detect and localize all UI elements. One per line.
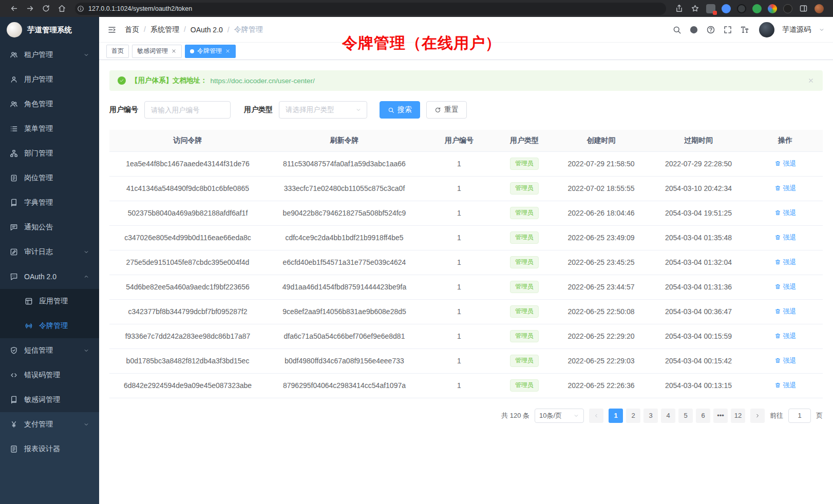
side-panel-icon[interactable] <box>799 4 808 13</box>
force-logout-button[interactable]: 强退 <box>774 184 797 193</box>
page-list: 123456•••12 <box>609 409 745 423</box>
page-button[interactable]: 1 <box>609 409 623 423</box>
sidebar-item[interactable]: 角色管理 <box>0 92 99 117</box>
next-page-button[interactable] <box>750 409 765 423</box>
user-type-cell: 管理员 <box>496 324 553 348</box>
home-icon[interactable] <box>58 4 66 13</box>
sidebar-item[interactable]: 租户管理 <box>0 43 99 67</box>
sidebar-item[interactable]: 菜单管理 <box>0 117 99 141</box>
extension-dark-icon[interactable] <box>737 4 746 13</box>
github-icon[interactable] <box>689 25 698 34</box>
sidebar-item[interactable]: 岗位管理 <box>0 166 99 190</box>
search-button[interactable]: 搜索 <box>380 101 420 119</box>
bookmark-star-icon[interactable] <box>691 4 699 13</box>
user-menu-caret-icon[interactable] <box>819 27 825 33</box>
tab[interactable]: 首页 <box>106 45 129 58</box>
refresh-icon <box>434 107 441 113</box>
breadcrumb-system[interactable]: 系统管理 <box>150 25 191 34</box>
force-logout-button[interactable]: 强退 <box>774 332 797 341</box>
sidebar-fold-icon[interactable] <box>107 25 117 34</box>
page-button[interactable]: 2 <box>626 409 640 423</box>
reload-icon[interactable] <box>42 4 50 13</box>
force-logout-label: 强退 <box>783 159 797 168</box>
tab-label: 敏感词管理 <box>137 47 168 55</box>
search-icon[interactable] <box>672 25 681 34</box>
sms-icon <box>10 346 18 355</box>
font-size-icon[interactable] <box>740 25 749 34</box>
force-logout-button[interactable]: 强退 <box>774 208 797 218</box>
page-button[interactable]: 6 <box>696 409 710 423</box>
sidebar-item[interactable]: 用户管理 <box>0 67 99 92</box>
sidebar-item[interactable]: 报表设计器 <box>0 437 99 461</box>
extension-green-icon[interactable] <box>752 4 762 13</box>
back-icon[interactable] <box>10 4 18 13</box>
oauth-icon <box>10 273 18 281</box>
address-bar[interactable]: 127.0.0.1:1024/system/oauth2/token <box>75 3 666 15</box>
prev-page-button[interactable] <box>589 409 603 423</box>
user-type-badge: 管理员 <box>510 231 539 244</box>
force-logout-button[interactable]: 强退 <box>774 307 797 316</box>
share-icon[interactable] <box>675 4 684 13</box>
page-size-select[interactable]: 10条/页 <box>535 409 584 423</box>
sidebar-item[interactable]: 审计日志 <box>0 240 99 264</box>
col-create-time: 创建时间 <box>553 130 649 151</box>
username[interactable]: 芋道源码 <box>782 25 811 34</box>
access-token-cell: c342377bf8b344799dcbf7bf095287f2 <box>109 299 266 324</box>
force-logout-button[interactable]: 强退 <box>774 258 797 267</box>
app-logo[interactable]: 芋道管理系统 <box>0 17 99 43</box>
site-info-icon[interactable] <box>77 5 84 12</box>
sidebar-item[interactable]: 错误码管理 <box>0 363 99 387</box>
sidebar-item[interactable]: 敏感词管理 <box>0 387 99 412</box>
user-avatar[interactable] <box>759 22 774 37</box>
create-time-cell: 2022-06-25 23:44:57 <box>553 275 649 299</box>
access-token-cell: 502375b8040a469a9b82188afdf6af1f <box>109 201 266 225</box>
sidebar-item[interactable]: 通知公告 <box>0 215 99 240</box>
sidebar-item[interactable]: 令牌管理 <box>0 314 99 338</box>
tab[interactable]: 令牌管理 <box>185 45 236 58</box>
expire-time-cell: 2054-03-04 01:35:48 <box>649 225 748 250</box>
close-icon[interactable] <box>225 48 231 54</box>
extension-paw-icon[interactable] <box>783 4 792 13</box>
user-id-input[interactable] <box>144 101 231 119</box>
close-icon[interactable] <box>171 48 177 54</box>
force-logout-label: 强退 <box>783 282 797 292</box>
alert-close-icon[interactable] <box>807 77 815 84</box>
sidebar-item[interactable]: OAuth 2.0 <box>0 264 99 289</box>
page-ellipsis[interactable]: ••• <box>713 409 728 423</box>
trash-icon <box>774 333 781 339</box>
extension-blue-icon[interactable] <box>722 4 731 13</box>
doc-link[interactable]: https://doc.iocoder.cn/user-center/ <box>211 77 315 85</box>
force-logout-button[interactable]: 强退 <box>774 233 797 242</box>
forward-icon[interactable] <box>26 4 34 13</box>
user-type-label: 用户类型 <box>244 105 273 114</box>
page-button[interactable]: 12 <box>731 409 745 423</box>
page-button[interactable]: 4 <box>661 409 675 423</box>
breadcrumb-oauth[interactable]: OAuth 2.0 <box>191 26 234 34</box>
extension-colorful-icon[interactable] <box>768 4 777 13</box>
sidebar-item[interactable]: 应用管理 <box>0 289 99 314</box>
page-button[interactable]: 5 <box>678 409 693 423</box>
browser-profile-avatar[interactable] <box>815 4 824 13</box>
expire-time-cell: 2054-03-04 01:31:36 <box>649 275 748 299</box>
force-logout-button[interactable]: 强退 <box>774 381 797 390</box>
reset-button[interactable]: 重置 <box>426 101 467 119</box>
help-icon[interactable] <box>706 25 715 34</box>
sidebar-item[interactable]: 字典管理 <box>0 190 99 215</box>
user-type-select[interactable]: 请选择用户类型 <box>279 101 367 119</box>
sidebar-item[interactable]: 部门管理 <box>0 141 99 166</box>
breadcrumb-home[interactable]: 首页 <box>125 25 150 34</box>
force-logout-button[interactable]: 强退 <box>774 282 797 292</box>
user-id-cell: 1 <box>423 324 496 348</box>
error-code-icon <box>10 371 18 379</box>
goto-page-input[interactable] <box>788 409 811 423</box>
access-token-cell: 6d842e2924594de9a09e45e087323abe <box>109 373 266 398</box>
fullscreen-icon[interactable] <box>723 25 732 34</box>
force-logout-button[interactable]: 强退 <box>774 159 797 168</box>
extension-badge-icon[interactable] <box>706 4 715 13</box>
page-button[interactable]: 3 <box>643 409 658 423</box>
sidebar-item[interactable]: 短信管理 <box>0 338 99 363</box>
force-logout-button[interactable]: 强退 <box>774 356 797 365</box>
sidebar-item-label: 应用管理 <box>39 297 89 306</box>
sidebar-item[interactable]: 支付管理 <box>0 412 99 437</box>
tab[interactable]: 敏感词管理 <box>132 45 182 58</box>
